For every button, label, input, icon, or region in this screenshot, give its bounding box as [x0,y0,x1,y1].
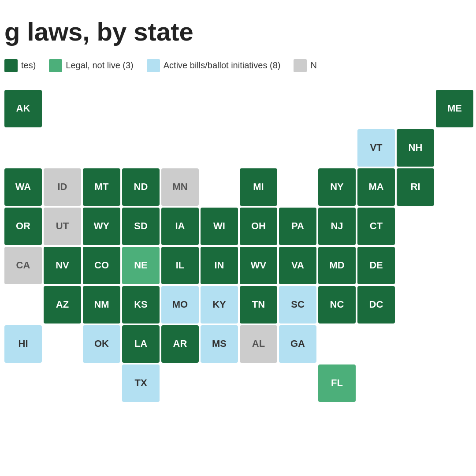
state-OR[interactable]: OR [4,208,42,245]
state-AK[interactable]: AK [4,90,42,127]
map-container: AK ME VT NH [0,90,476,402]
state-KY[interactable]: KY [201,286,238,324]
legend-swatch-legal-live [4,59,18,72]
page-title: g laws, by state [0,18,476,46]
legend-item-legal-live: tes) [4,59,36,72]
state-IL[interactable]: IL [161,247,199,284]
state-DC[interactable]: DC [357,286,395,324]
state-IA[interactable]: IA [161,208,199,245]
state-NC[interactable]: NC [318,286,356,324]
state-AR[interactable]: AR [161,325,199,363]
state-OH[interactable]: OH [240,208,277,245]
map-row-1: VT NH [4,129,476,167]
legend-item-no-law: N [294,59,316,72]
map-row-2: WA ID MT ND MN MI NY MA RI [4,168,476,206]
map-row-4: CA NV CO NE IL IN WV VA MD DE [4,247,476,284]
state-UT[interactable]: UT [44,208,81,245]
state-CA[interactable]: CA [4,247,42,284]
map-row-5: AZ NM KS MO KY TN SC NC DC [4,286,476,324]
page-container: g laws, by state tes) Legal, not live (3… [0,0,476,402]
state-FL[interactable]: FL [318,364,356,402]
state-OK[interactable]: OK [83,325,120,363]
state-NE[interactable]: NE [122,247,160,284]
state-MI[interactable]: MI [240,168,277,206]
state-SC[interactable]: SC [279,286,316,324]
state-NV[interactable]: NV [44,247,81,284]
legend-item-legal-not-live: Legal, not live (3) [49,59,133,72]
legend-label-no-law: N [310,60,316,71]
state-MN[interactable]: MN [161,168,199,206]
state-ME[interactable]: ME [436,90,473,127]
state-ID[interactable]: ID [44,168,81,206]
state-MT[interactable]: MT [83,168,120,206]
state-VT[interactable]: VT [357,129,395,167]
state-KS[interactable]: KS [122,286,160,324]
state-WI[interactable]: WI [201,208,238,245]
state-WV[interactable]: WV [240,247,277,284]
state-NY[interactable]: NY [318,168,356,206]
legend-swatch-active-bills [147,59,160,72]
legend: tes) Legal, not live (3) Active bills/ba… [0,59,476,72]
state-GA[interactable]: GA [279,325,316,363]
legend-item-active-bills: Active bills/ballot initiatives (8) [147,59,281,72]
state-TN[interactable]: TN [240,286,277,324]
state-AL[interactable]: AL [240,325,277,363]
state-SD[interactable]: SD [122,208,160,245]
state-LA[interactable]: LA [122,325,160,363]
map-row-0: AK ME [4,90,476,127]
state-RI[interactable]: RI [397,168,434,206]
legend-label-legal-live: tes) [21,60,36,71]
map-row-3: OR UT WY SD IA WI OH PA NJ CT [4,208,476,245]
state-PA[interactable]: PA [279,208,316,245]
map-row-6: HI OK LA AR MS AL GA [4,325,476,363]
state-NJ[interactable]: NJ [318,208,356,245]
state-MD[interactable]: MD [318,247,356,284]
state-IN[interactable]: IN [201,247,238,284]
state-CO[interactable]: CO [83,247,120,284]
state-CT[interactable]: CT [357,208,395,245]
state-NM[interactable]: NM [83,286,120,324]
legend-swatch-legal-not-live [49,59,62,72]
state-WA[interactable]: WA [4,168,42,206]
legend-swatch-no-law [294,59,307,72]
state-HI[interactable]: HI [4,325,42,363]
state-MA[interactable]: MA [357,168,395,206]
legend-label-legal-not-live: Legal, not live (3) [66,60,133,71]
state-DE[interactable]: DE [357,247,395,284]
state-AZ[interactable]: AZ [44,286,81,324]
state-MS[interactable]: MS [201,325,238,363]
state-ND[interactable]: ND [122,168,160,206]
state-TX[interactable]: TX [122,364,160,402]
state-WY[interactable]: WY [83,208,120,245]
legend-label-active-bills: Active bills/ballot initiatives (8) [164,60,281,71]
map-row-7: TX FL [4,364,476,402]
state-NH[interactable]: NH [397,129,434,167]
state-MO[interactable]: MO [161,286,199,324]
state-VA[interactable]: VA [279,247,316,284]
